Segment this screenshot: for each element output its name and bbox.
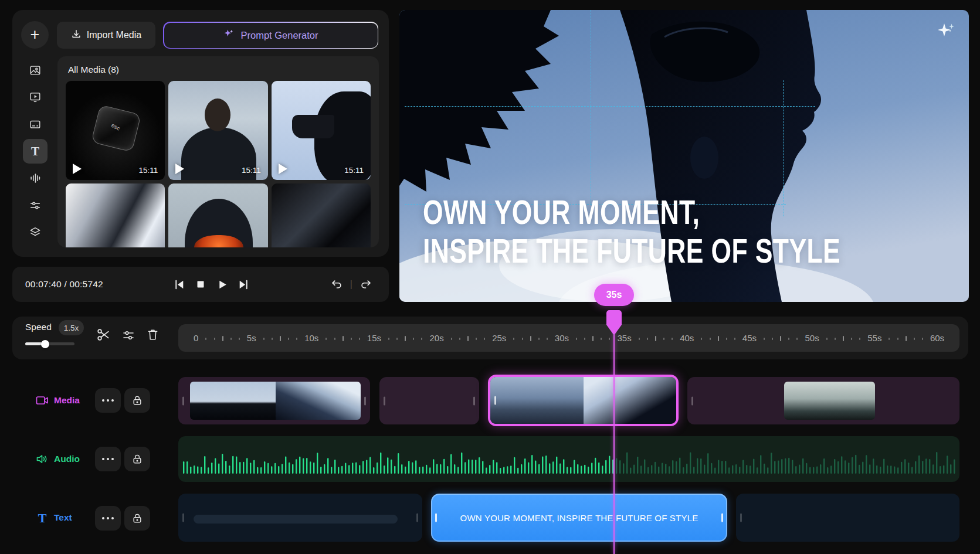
- add-media-button[interactable]: +: [21, 21, 49, 49]
- audio-wave-tool-icon[interactable]: [23, 166, 48, 191]
- media-thumbnail[interactable]: 15:11: [168, 81, 267, 180]
- media-thumbnail[interactable]: esc 15:11: [66, 81, 165, 180]
- clip-duration: 15:11: [139, 166, 158, 175]
- cut-icon[interactable]: [96, 327, 111, 342]
- ruler-tick-label: 60s: [930, 333, 944, 343]
- audio-track-menu-button[interactable]: [95, 447, 121, 471]
- image-tool-icon[interactable]: [23, 58, 48, 83]
- all-media-panel: All Media (8) esc 15:11 15:11 1: [57, 56, 379, 247]
- video-tool-icon[interactable]: [23, 85, 48, 110]
- divider: |: [350, 279, 352, 290]
- ruler-minor-ticks: [198, 335, 246, 341]
- snap-guide-horizontal: [405, 106, 815, 107]
- download-icon: [71, 29, 82, 42]
- prompt-generator-button[interactable]: Prompt Generator: [163, 22, 378, 49]
- text-track-lock-icon[interactable]: [124, 506, 150, 531]
- media-thumbnail[interactable]: 15:11: [272, 81, 371, 180]
- ruler-tick-label: 45s: [742, 333, 757, 343]
- audio-track-label: Audio: [54, 454, 80, 464]
- clip-thumbnail: [784, 382, 875, 420]
- play-icon: [175, 164, 184, 174]
- clip-thumbnails: [490, 377, 676, 424]
- ruler-tick-label: 40s: [680, 333, 694, 343]
- text-track-label: Text: [54, 512, 72, 523]
- skip-back-button[interactable]: [172, 277, 186, 292]
- text-clip[interactable]: [736, 494, 959, 542]
- audio-clip[interactable]: [178, 436, 959, 482]
- ruler-tick-label: 55s: [867, 333, 881, 343]
- audio-track-lock-icon[interactable]: [124, 447, 150, 471]
- media-grid: esc 15:11 15:11 15:11: [66, 81, 371, 247]
- timecode: 00:07:40 / 00:5742: [25, 279, 103, 290]
- media-clip[interactable]: [379, 377, 479, 424]
- overlay-line-2: INSPIRE THE FUTURE OF STYLE: [423, 232, 840, 270]
- text-clip-selected[interactable]: OWN YOUR MOMENT, INSPIRE THE FUTURE OF S…: [431, 494, 727, 542]
- adjust-tool-icon[interactable]: [23, 193, 48, 217]
- prompt-generator-label: Prompt Generator: [240, 30, 318, 41]
- ruler-minor-ticks: [632, 335, 680, 341]
- media-clip-selected[interactable]: [488, 375, 679, 426]
- stop-button[interactable]: [194, 277, 208, 291]
- playhead-line[interactable]: [613, 332, 615, 554]
- media-clip[interactable]: [178, 377, 370, 424]
- text-clip-content: OWN YOUR MOMENT, INSPIRE THE FUTURE OF S…: [460, 513, 698, 523]
- timeline-toolbar: Speed 1.5x 05s10s15s20s25s30s35s40s45s50…: [12, 317, 968, 359]
- all-media-header: All Media (8): [68, 64, 119, 75]
- audio-waveform: [178, 436, 959, 482]
- layers-tool-icon[interactable]: [23, 220, 48, 244]
- adjust-icon[interactable]: [121, 328, 135, 342]
- helmet-silhouette: [185, 199, 253, 247]
- playhead-handle[interactable]: [606, 310, 622, 339]
- camera-icon: [35, 393, 49, 407]
- transport-controls: [172, 267, 251, 302]
- ruler-minor-ticks: [444, 335, 492, 341]
- playhead-time-badge[interactable]: 35s: [594, 284, 634, 306]
- skip-forward-button[interactable]: [236, 277, 251, 292]
- ruler-minor-ticks: [318, 335, 367, 341]
- ruler-tick-label: 10s: [304, 333, 318, 343]
- ruler-tick-label: 5s: [247, 333, 256, 343]
- ruler-tick-label: 50s: [805, 333, 819, 343]
- media-library-panel: + Import Media Prompt Generator: [12, 10, 389, 257]
- speed-value-badge[interactable]: 1.5x: [59, 320, 84, 335]
- play-button[interactable]: [215, 277, 229, 292]
- snap-guide-vertical: [591, 10, 591, 203]
- esc-key-shape: esc: [91, 104, 141, 152]
- play-icon: [279, 164, 287, 174]
- speed-slider-thumb[interactable]: [41, 340, 49, 348]
- undo-button[interactable]: [329, 277, 344, 292]
- text-clip[interactable]: [178, 494, 422, 542]
- overlay-line-1: OWN YOUR MOMENT,: [423, 193, 840, 232]
- portrait-head: [205, 98, 230, 131]
- ruler-tick-label: 15s: [367, 333, 381, 343]
- video-editor-app: + Import Media Prompt Generator: [0, 0, 980, 554]
- ruler-minor-ticks: [757, 335, 805, 341]
- media-thumbnail[interactable]: [272, 183, 371, 247]
- speed-label: Speed: [25, 322, 52, 332]
- helmet-visor: [194, 235, 243, 247]
- media-thumbnail[interactable]: [66, 183, 165, 247]
- ai-sparkle-icon[interactable]: [936, 22, 956, 43]
- media-track-menu-button[interactable]: [95, 388, 121, 413]
- media-thumbnail[interactable]: [168, 183, 267, 247]
- media-clip[interactable]: [687, 377, 959, 424]
- import-media-button[interactable]: Import Media: [57, 22, 155, 49]
- playback-bar: 00:07:40 / 00:5742 |: [12, 267, 389, 302]
- media-track-lock-icon[interactable]: [124, 388, 150, 413]
- ruler-tick-label: 25s: [492, 333, 506, 343]
- canvas-text-overlay[interactable]: OWN YOUR MOMENT, INSPIRE THE FUTURE OF S…: [423, 193, 840, 270]
- text-tool-icon[interactable]: T: [23, 139, 48, 164]
- delete-icon[interactable]: [146, 328, 160, 341]
- speaker-icon: [35, 452, 49, 466]
- text-track-menu-button[interactable]: [95, 506, 121, 531]
- speed-slider[interactable]: [25, 342, 74, 345]
- ruler-minor-ticks: [694, 335, 742, 341]
- preview-canvas[interactable]: OWN YOUR MOMENT, INSPIRE THE FUTURE OF S…: [399, 10, 969, 302]
- redo-button[interactable]: [358, 277, 374, 292]
- captions-tool-icon[interactable]: [23, 112, 48, 137]
- ruler-tick-label: 0: [194, 333, 198, 343]
- text-clip-placeholder: [194, 515, 398, 524]
- timeline-ruler[interactable]: 05s10s15s20s25s30s35s40s45s50s55s60s: [178, 324, 959, 352]
- ruler-minor-ticks: [381, 335, 429, 341]
- vr-visor: [292, 115, 334, 138]
